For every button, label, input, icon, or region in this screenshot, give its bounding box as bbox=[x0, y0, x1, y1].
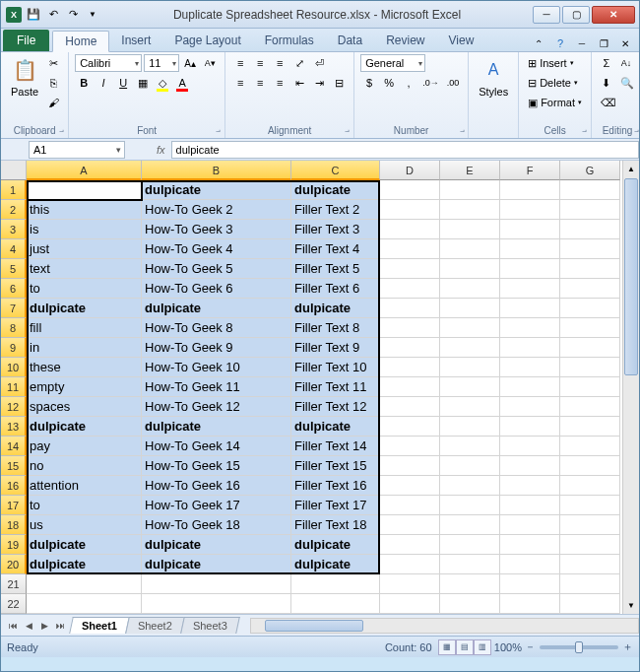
cell-G15[interactable] bbox=[560, 456, 620, 476]
cell-F1[interactable] bbox=[500, 180, 560, 200]
row-header-4[interactable]: 4 bbox=[1, 239, 27, 259]
cell-G13[interactable] bbox=[560, 417, 620, 437]
cell-G17[interactable] bbox=[560, 496, 620, 515]
app-icon[interactable]: X bbox=[5, 6, 23, 24]
cell-E2[interactable] bbox=[440, 200, 500, 220]
scroll-down-icon[interactable]: ▼ bbox=[623, 597, 639, 614]
cell-E11[interactable] bbox=[440, 377, 500, 397]
cell-E22[interactable] bbox=[440, 594, 500, 614]
cell-B6[interactable]: How-To Geek 6 bbox=[142, 279, 291, 299]
cell-A14[interactable]: pay bbox=[27, 437, 142, 456]
cell-A13[interactable]: dulpicate bbox=[27, 417, 142, 437]
cell-G5[interactable] bbox=[560, 259, 620, 279]
zoom-in-button[interactable]: ＋ bbox=[622, 639, 633, 654]
cell-F7[interactable] bbox=[500, 299, 560, 318]
cell-A6[interactable]: to bbox=[27, 279, 142, 299]
file-tab[interactable]: File bbox=[3, 30, 49, 51]
align-top-icon[interactable]: ≡ bbox=[231, 54, 249, 72]
cell-B19[interactable]: dulpicate bbox=[142, 535, 291, 555]
row-header-2[interactable]: 2 bbox=[1, 200, 27, 220]
row-header-8[interactable]: 8 bbox=[1, 318, 27, 338]
cell-F17[interactable] bbox=[500, 496, 560, 515]
cell-C3[interactable]: Filler Text 3 bbox=[291, 220, 380, 239]
align-right-icon[interactable]: ≡ bbox=[271, 74, 288, 92]
column-header-C[interactable]: C bbox=[291, 161, 380, 180]
font-color-icon[interactable]: A bbox=[173, 74, 191, 92]
cell-D15[interactable] bbox=[380, 456, 440, 476]
font-name-combo[interactable]: Calibri bbox=[75, 54, 142, 72]
cell-A22[interactable] bbox=[27, 594, 142, 614]
save-icon[interactable]: 💾 bbox=[25, 6, 42, 24]
align-center-icon[interactable]: ≡ bbox=[251, 74, 269, 92]
vertical-scrollbar[interactable]: ▲ ▼ bbox=[622, 161, 639, 614]
page-layout-view-icon[interactable]: ▤ bbox=[456, 639, 474, 655]
cell-F4[interactable] bbox=[500, 239, 560, 259]
cell-E18[interactable] bbox=[440, 515, 500, 535]
minimize-button[interactable]: ─ bbox=[533, 6, 560, 24]
cell-F10[interactable] bbox=[500, 358, 560, 377]
sheet-tab-sheet1[interactable]: Sheet1 bbox=[69, 617, 130, 634]
sheet-tab-sheet2[interactable]: Sheet2 bbox=[125, 617, 184, 634]
format-painter-icon[interactable]: 🖌 bbox=[44, 94, 62, 111]
cell-F21[interactable] bbox=[500, 574, 560, 594]
cell-G2[interactable] bbox=[560, 200, 620, 220]
normal-view-icon[interactable]: ▦ bbox=[438, 639, 456, 655]
cell-F14[interactable] bbox=[500, 437, 560, 456]
cell-G21[interactable] bbox=[560, 574, 620, 594]
font-size-combo[interactable]: 11 bbox=[144, 54, 179, 72]
cell-A16[interactable]: attention bbox=[27, 476, 142, 496]
cell-G16[interactable] bbox=[560, 476, 620, 496]
cell-E6[interactable] bbox=[440, 279, 500, 299]
cell-A10[interactable]: these bbox=[27, 358, 142, 377]
cell-A8[interactable]: fill bbox=[27, 318, 142, 338]
cell-D7[interactable] bbox=[380, 299, 440, 318]
cell-B20[interactable]: dulpicate bbox=[142, 555, 291, 574]
cell-D11[interactable] bbox=[380, 377, 440, 397]
sheet-nav-prev-icon[interactable]: ◀ bbox=[21, 621, 36, 631]
name-box[interactable]: A1 bbox=[29, 141, 125, 159]
cell-A1[interactable]: dulpicate bbox=[27, 180, 142, 200]
column-header-F[interactable]: F bbox=[500, 161, 560, 180]
cell-F2[interactable] bbox=[500, 200, 560, 220]
cell-F9[interactable] bbox=[500, 338, 560, 358]
align-bottom-icon[interactable]: ≡ bbox=[271, 54, 288, 72]
ribbon-tab-insert[interactable]: Insert bbox=[109, 30, 162, 51]
italic-button[interactable]: I bbox=[95, 74, 112, 92]
cell-C18[interactable]: Filler Text 18 bbox=[291, 515, 380, 535]
cell-B16[interactable]: How-To Geek 16 bbox=[142, 476, 291, 496]
accounting-format-icon[interactable]: $ bbox=[360, 74, 378, 92]
row-header-15[interactable]: 15 bbox=[1, 456, 27, 476]
cell-C1[interactable]: dulpicate bbox=[291, 180, 380, 200]
ribbon-tab-data[interactable]: Data bbox=[326, 30, 374, 51]
cell-B5[interactable]: How-To Geek 5 bbox=[142, 259, 291, 279]
column-header-A[interactable]: A bbox=[27, 161, 142, 180]
cell-D1[interactable] bbox=[380, 180, 440, 200]
cell-D18[interactable] bbox=[380, 515, 440, 535]
cell-G8[interactable] bbox=[560, 318, 620, 338]
cell-C4[interactable]: Filler Text 4 bbox=[291, 239, 380, 259]
cell-G20[interactable] bbox=[560, 555, 620, 574]
cell-D9[interactable] bbox=[380, 338, 440, 358]
clear-icon[interactable]: ⌫ bbox=[598, 94, 619, 111]
paste-button[interactable]: 📋 Paste bbox=[7, 54, 42, 100]
column-header-D[interactable]: D bbox=[380, 161, 440, 180]
cell-C13[interactable]: dulpicate bbox=[291, 417, 380, 437]
zoom-level[interactable]: 100% bbox=[494, 641, 522, 653]
cell-B8[interactable]: How-To Geek 8 bbox=[142, 318, 291, 338]
row-header-6[interactable]: 6 bbox=[1, 279, 27, 299]
sheet-nav-last-icon[interactable]: ⏭ bbox=[52, 621, 68, 631]
cell-F12[interactable] bbox=[500, 397, 560, 417]
cell-A4[interactable]: just bbox=[27, 239, 142, 259]
row-header-9[interactable]: 9 bbox=[1, 338, 27, 358]
cell-D13[interactable] bbox=[380, 417, 440, 437]
cell-E19[interactable] bbox=[440, 535, 500, 555]
close-button[interactable]: ✕ bbox=[592, 6, 635, 24]
cell-C8[interactable]: Filler Text 8 bbox=[291, 318, 380, 338]
column-header-E[interactable]: E bbox=[440, 161, 500, 180]
merge-center-icon[interactable]: ⊟ bbox=[330, 74, 348, 92]
cell-G10[interactable] bbox=[560, 358, 620, 377]
sheet-nav-first-icon[interactable]: ⏮ bbox=[5, 621, 21, 631]
workbook-close-icon[interactable]: ✕ bbox=[617, 35, 633, 51]
sheet-nav-next-icon[interactable]: ▶ bbox=[36, 621, 52, 631]
cell-F11[interactable] bbox=[500, 377, 560, 397]
